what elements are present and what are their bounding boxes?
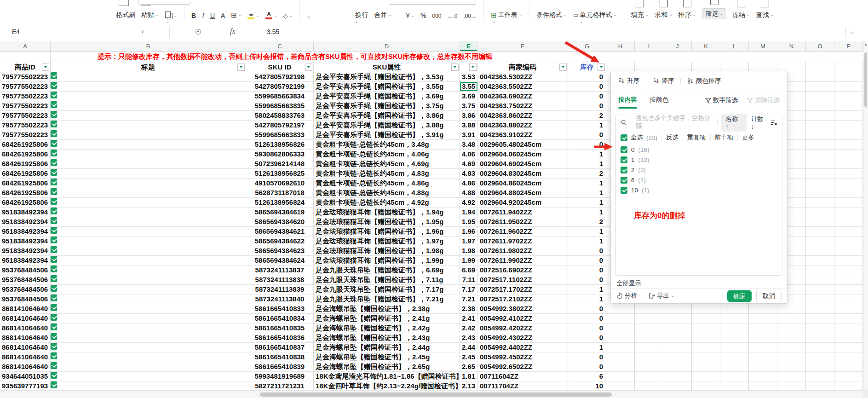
cell-weight[interactable]: 7.21 (460, 294, 477, 304)
currency-format-button[interactable]: ¥⌄ (406, 12, 414, 19)
increase-decimal-button[interactable]: ←.0 (448, 13, 458, 19)
cell-weight[interactable]: 4.88 (460, 188, 477, 197)
cell-title[interactable] (51, 169, 57, 176)
cell-sku-id[interactable]: 5861665410837 (246, 343, 314, 352)
cell-sku-attr[interactable]: 足金海螺吊坠【赠国检证书】，2.43g (314, 333, 460, 342)
underline-button[interactable]: U (210, 12, 215, 19)
cell-merchant-code[interactable]: 0072611.9902ZZ (477, 256, 568, 265)
horizontal-scroll-thumb[interactable] (260, 392, 612, 397)
thousands-separator-button[interactable]: 000 (432, 13, 441, 19)
cell-sku-id[interactable]: 5865694384623 (246, 246, 314, 255)
cell-sku-attr[interactable]: 足金平安喜乐手绳【赠国检证书】，3.53g (314, 72, 460, 81)
number-filter-button[interactable]: 数字筛选 (705, 96, 738, 104)
cell-weight[interactable]: 4.69 (460, 159, 477, 168)
cell-sku-attr[interactable]: 足金珐琅猫猫耳饰【赠国检证书】，1.96g (314, 227, 460, 236)
cell-sku-attr[interactable]: 足金海螺吊坠【赠国检证书】，2.45g (314, 352, 460, 362)
cell-stock[interactable]: 0 (568, 92, 606, 101)
cell-weight[interactable]: 2.45 (460, 352, 477, 362)
cell-sku-id[interactable]: 5861665410838 (246, 352, 314, 362)
clear-filter-button[interactable]: 清除筛选 (747, 96, 780, 104)
cell-weight[interactable]: 3.69 (460, 92, 477, 101)
decrease-decimal-button[interactable]: .00→ (464, 13, 477, 19)
cell-sku-attr[interactable]: 黄金粗卡项链-总链长约45cm，4.88g (314, 188, 460, 197)
name-box[interactable]: E4 ∨ (0, 23, 166, 41)
conditional-format-button[interactable]: 条件格式⌄ (536, 11, 567, 19)
cell-sku-attr[interactable]: 足金平安喜乐手绳【赠国检证书】，3.69g (314, 92, 460, 101)
cell-sku-id[interactable]: 5865694384619 (246, 208, 314, 217)
filter-arrow-icon[interactable] (469, 63, 477, 71)
scroll-up-icon[interactable]: ▲ (864, 42, 868, 46)
cell-weight[interactable]: 2.42 (460, 323, 477, 333)
cell-sku-attr[interactable]: 足金珐琅猫猫耳饰【赠国检证书】，1.94g (314, 208, 460, 217)
cell-stock[interactable]: 0 (568, 130, 606, 139)
indent-button[interactable] (345, 16, 349, 19)
cell-merchant-code[interactable]: 0029604.880245cm (477, 188, 568, 197)
cell-sku-id[interactable]: 5865694384624 (246, 256, 314, 265)
cell-merchant-code[interactable]: 0029604.690245cm (477, 159, 568, 168)
header-title[interactable]: 标题 (51, 62, 246, 72)
cell-weight[interactable]: 1.94 (460, 208, 477, 217)
sort-button[interactable]: 排序⌄ (678, 11, 696, 19)
cell-stock[interactable]: 0 (568, 265, 606, 275)
cell-sku-attr[interactable]: 足金珐琅猫猫耳饰【赠国检证书】，1.97g (314, 236, 460, 246)
italic-button[interactable]: I (202, 12, 204, 19)
cell-weight[interactable]: 2.44 (460, 343, 477, 352)
cell-title[interactable] (51, 121, 57, 127)
cell-weight[interactable]: 2.41 (460, 314, 477, 323)
align-center-button[interactable] (316, 16, 320, 19)
list-settings-icon[interactable] (770, 120, 777, 126)
cell-title[interactable] (51, 314, 57, 321)
cell-stock[interactable]: 1 (568, 150, 606, 159)
stock-filter-arrow-icon[interactable] (598, 63, 605, 71)
cell-product-id[interactable]: 795775502223 (0, 121, 51, 130)
column-letter-J[interactable]: J (663, 41, 692, 51)
sort-by-color-button[interactable]: 颜色排序 (687, 77, 721, 85)
cell-sku-attr[interactable]: 黄金粗卡项链-总链长约45cm，3.48g (314, 140, 460, 149)
column-letter-I[interactable]: I (635, 41, 663, 51)
cell-stock[interactable]: 0 (568, 362, 606, 371)
cell-weight[interactable]: 3.55 (460, 82, 477, 91)
strikethrough-button[interactable]: A (221, 12, 225, 19)
cell-sku-id[interactable]: 5930862806333 (246, 150, 314, 159)
cell-weight[interactable]: 2.43 (460, 333, 477, 342)
bold-button[interactable]: B (191, 12, 196, 19)
column-letter-B[interactable]: B (51, 41, 246, 51)
cell-product-id[interactable]: 953768484506 (0, 285, 51, 294)
horizontal-scrollbar[interactable] (0, 390, 863, 398)
cell-sku-attr[interactable]: 足金海螺吊坠【赠国检证书】，2.65g (314, 362, 460, 371)
search-icon[interactable] (195, 29, 201, 35)
cell-sku-attr[interactable]: 足金九眼天珠吊坠【赠国检证书】，6.69g (314, 265, 460, 275)
copy-button[interactable]: ⌄ (165, 13, 178, 19)
analyze-button[interactable]: 分析 (616, 292, 637, 300)
cell-title[interactable] (51, 130, 57, 137)
cell-product-id[interactable]: 795775502223 (0, 130, 51, 139)
more-button[interactable]: 更多 (742, 133, 754, 142)
tip-row[interactable]: 提示：只能修改库存，其他数据不能改动，否则上传时会报错，若商品含有SKU属性，可… (0, 52, 863, 62)
cell-product-id[interactable]: 951838492394 (0, 236, 51, 246)
cell-sku-id[interactable]: 5861665410834 (246, 314, 314, 323)
filter-arrow-icon[interactable] (237, 63, 245, 71)
cell-stock[interactable]: 1 (568, 179, 606, 188)
cell-title[interactable] (51, 188, 57, 195)
cell-stock[interactable]: 1 (568, 236, 606, 246)
freeze-button[interactable]: 冻结⌄ (732, 11, 750, 19)
item-checkbox[interactable] (621, 156, 627, 163)
cell-merchant-code[interactable]: 0054992.4202ZZ (477, 323, 568, 333)
cell-style-button[interactable]: ▭单元格样式⌄ (573, 11, 617, 19)
cell-merchant-code[interactable]: 0072611.9702ZZ (477, 236, 568, 246)
cell-product-id[interactable]: 795775502223 (0, 92, 51, 101)
cell-weight[interactable]: 1.96 (460, 227, 477, 236)
cell-title[interactable] (51, 352, 57, 359)
cell-weight[interactable]: 4.83 (460, 169, 477, 178)
cell-merchant-code[interactable]: 0042363.6902ZZ (477, 92, 568, 101)
cell-sku-id[interactable]: 5599685663834 (246, 92, 314, 101)
fill-button[interactable]: 填充⌄ (631, 11, 649, 19)
cell-merchant-code[interactable]: 0054992.4302ZZ (477, 333, 568, 342)
cell-product-id[interactable]: 684261925806 (0, 140, 51, 149)
cell-sku-id[interactable]: 5865694384621 (246, 227, 314, 236)
cell-product-id[interactable]: 868141064640 (0, 314, 51, 323)
cell-stock[interactable]: 1 (568, 198, 606, 207)
cell-title[interactable] (51, 140, 57, 147)
cell-merchant-code[interactable]: 00711604ZZ (477, 372, 568, 381)
cell-title[interactable] (51, 82, 57, 89)
